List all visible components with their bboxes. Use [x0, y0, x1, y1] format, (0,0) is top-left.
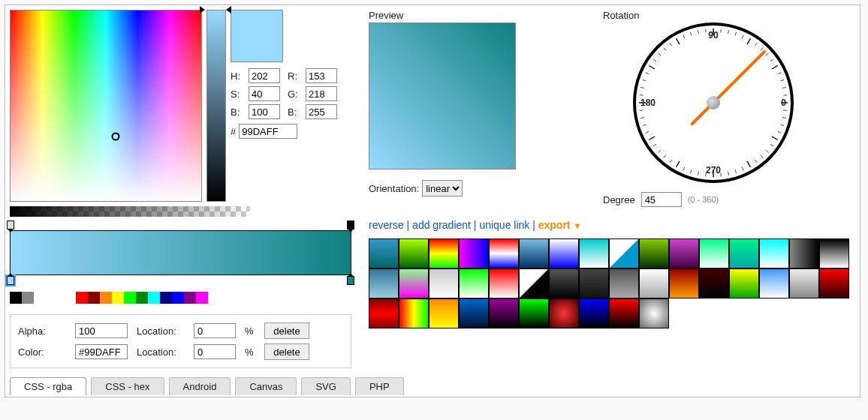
bv-input[interactable]: [249, 104, 280, 119]
add-gradient-link[interactable]: add gradient: [412, 219, 471, 231]
color-loc-input[interactable]: [194, 344, 236, 359]
preset-swatch[interactable]: [369, 238, 399, 268]
preset-swatch[interactable]: [459, 268, 489, 298]
preset-swatch[interactable]: [429, 298, 459, 328]
sv-cursor[interactable]: [112, 133, 120, 141]
preset-swatch[interactable]: [489, 268, 519, 298]
preset-swatch[interactable]: [399, 268, 429, 298]
reverse-link[interactable]: reverse: [369, 219, 404, 231]
preset-swatch[interactable]: [369, 298, 399, 328]
rotation-dial[interactable]: 90 0 270 180: [633, 22, 794, 183]
alpha-value-input[interactable]: [75, 323, 128, 338]
preset-swatch[interactable]: [609, 298, 639, 328]
preset-swatch[interactable]: [759, 268, 789, 298]
preset-swatch[interactable]: [819, 268, 849, 298]
alpha-pct: %: [245, 326, 260, 337]
alpha-strip[interactable]: [10, 206, 250, 217]
tab-css-hex[interactable]: CSS - hex: [91, 377, 164, 395]
preset-swatch[interactable]: [789, 268, 819, 298]
tab-android[interactable]: Android: [169, 377, 231, 395]
preset-swatch[interactable]: [669, 268, 699, 298]
preset-swatch[interactable]: [549, 298, 579, 328]
preset-swatch[interactable]: [429, 268, 459, 298]
h-input[interactable]: [249, 68, 280, 83]
opacity-stop-start[interactable]: [7, 220, 14, 230]
preset-swatch[interactable]: [639, 298, 669, 328]
degree-hint: (0 - 360): [688, 195, 719, 204]
preset-swatch[interactable]: [369, 268, 399, 298]
svg-line-24: [653, 144, 656, 146]
preset-swatch[interactable]: [489, 298, 519, 328]
preset-swatch[interactable]: [519, 238, 549, 268]
preset-swatch[interactable]: [639, 238, 669, 268]
hue-slider[interactable]: [206, 10, 226, 202]
preset-swatch[interactable]: [399, 298, 429, 328]
orientation-select[interactable]: linear: [422, 180, 463, 196]
preset-swatch[interactable]: [759, 238, 789, 268]
g-input[interactable]: [306, 86, 337, 101]
rotation-label: Rotation: [603, 10, 855, 21]
preset-swatch[interactable]: [459, 298, 489, 328]
preset-swatch[interactable]: [579, 298, 609, 328]
tab-canvas[interactable]: Canvas: [235, 377, 297, 395]
degree-input[interactable]: [641, 192, 682, 207]
preset-swatch[interactable]: [519, 268, 549, 298]
quick-swatch[interactable]: [100, 292, 112, 304]
preset-swatch[interactable]: [579, 268, 609, 298]
quick-swatch[interactable]: [112, 292, 124, 304]
quick-swatch[interactable]: [136, 292, 148, 304]
preset-swatch[interactable]: [519, 298, 549, 328]
preset-swatch[interactable]: [459, 238, 489, 268]
preset-swatch[interactable]: [639, 268, 669, 298]
quick-swatch[interactable]: [160, 292, 172, 304]
preset-swatch[interactable]: [699, 238, 729, 268]
preset-swatch[interactable]: [669, 238, 699, 268]
r-input[interactable]: [306, 68, 337, 83]
preset-swatch[interactable]: [429, 238, 459, 268]
opacity-stop-end[interactable]: [347, 220, 354, 230]
color-delete-button[interactable]: delete: [264, 344, 309, 360]
s-input[interactable]: [249, 86, 280, 101]
quick-swatch[interactable]: [88, 292, 100, 304]
hue-slider-wrap: [206, 10, 226, 202]
preset-swatch[interactable]: [579, 238, 609, 268]
preset-swatch[interactable]: [549, 268, 579, 298]
export-chevron-icon[interactable]: ▼: [573, 221, 581, 230]
quick-swatch[interactable]: [10, 292, 22, 304]
preset-swatch[interactable]: [489, 238, 519, 268]
alpha-delete-button[interactable]: delete: [264, 322, 309, 339]
export-link[interactable]: export: [538, 219, 571, 231]
quick-swatch[interactable]: [76, 292, 88, 304]
sv-panel[interactable]: [10, 10, 202, 202]
color-label: Color:: [18, 346, 71, 358]
preset-swatch[interactable]: [609, 268, 639, 298]
quick-swatch[interactable]: [22, 292, 34, 304]
quick-swatch[interactable]: [196, 292, 208, 304]
preset-swatch[interactable]: [789, 238, 819, 268]
alpha-loc-input[interactable]: [194, 323, 236, 338]
quick-swatch[interactable]: [184, 292, 196, 304]
color-stop-start[interactable]: [7, 276, 14, 285]
preset-swatch[interactable]: [699, 268, 729, 298]
preset-swatch[interactable]: [399, 238, 429, 268]
color-value-input[interactable]: [75, 344, 128, 359]
tab-svg[interactable]: SVG: [301, 377, 350, 395]
tab-php[interactable]: PHP: [355, 377, 404, 395]
quick-swatch[interactable]: [34, 292, 46, 304]
preset-swatch[interactable]: [729, 238, 759, 268]
gradient-editor[interactable]: [10, 230, 351, 275]
preset-swatch[interactable]: [609, 238, 639, 268]
quick-swatch[interactable]: [172, 292, 184, 304]
color-stop-end[interactable]: [347, 276, 354, 285]
quick-swatch[interactable]: [124, 292, 136, 304]
svg-line-4: [778, 131, 782, 133]
preset-swatch[interactable]: [549, 238, 579, 268]
hex-input[interactable]: [239, 124, 297, 139]
preset-swatch[interactable]: [729, 268, 759, 298]
unique-link[interactable]: unique link: [479, 219, 529, 231]
resize-grip[interactable]: [506, 160, 515, 169]
quick-swatch[interactable]: [148, 292, 160, 304]
tab-css-rgba[interactable]: CSS - rgba: [10, 377, 86, 395]
bc-input[interactable]: [306, 104, 337, 119]
preset-swatch[interactable]: [819, 238, 849, 268]
